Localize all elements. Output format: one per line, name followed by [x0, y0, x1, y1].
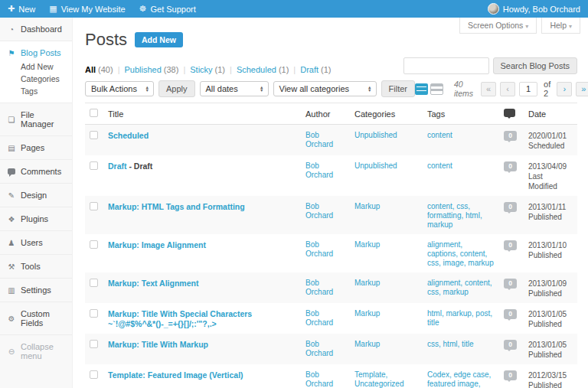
add-new-button[interactable]: Add New	[135, 32, 183, 47]
author-link[interactable]: Bob Orchard	[305, 370, 333, 388]
categories-links[interactable]: Markup	[354, 240, 380, 249]
tags-links[interactable]: alignment, content, css, markup	[427, 279, 492, 296]
categories-links[interactable]: Markup	[354, 279, 380, 287]
comment-count-bubble[interactable]: 0	[504, 340, 517, 350]
author-link[interactable]: Bob Orchard	[305, 131, 333, 148]
sidebar-item-custom-fields[interactable]: ⚙ Custom Fields	[0, 302, 72, 334]
select-arrows-icon: ▲▼	[260, 86, 263, 93]
help-tab[interactable]: Help▾	[541, 18, 580, 34]
tags-links[interactable]: content	[427, 131, 452, 139]
filter-button[interactable]: Filter	[381, 80, 415, 97]
sidebar-item-tools[interactable]: ⚒ Tools	[0, 254, 72, 278]
categories-links[interactable]: Markup	[354, 309, 380, 318]
tags-links[interactable]: css, html, title	[427, 340, 474, 348]
row-checkbox[interactable]	[90, 279, 98, 287]
col-header-title[interactable]: Title	[103, 103, 301, 125]
post-title-link[interactable]: Markup: Title With Special Characters ~`…	[108, 309, 252, 328]
sidebar-item-plugins[interactable]: ❖ Plugins	[0, 207, 72, 230]
sidebar-item-pages[interactable]: ▤ Pages	[0, 135, 72, 159]
view-filter-link[interactable]: Sticky	[190, 65, 212, 74]
categories-links[interactable]: Unpublished	[354, 131, 397, 139]
table-row: Markup: Title With Markup Bob Orchard Ma…	[85, 334, 577, 364]
sidebar-item-file-manager[interactable]: ❏ File Manager	[0, 103, 72, 135]
sidebar-item-blog-posts[interactable]: ⚑ Blog Posts Add NewCategoriesTags	[0, 41, 72, 103]
bulk-actions-select[interactable]: Bulk Actions ▲▼	[85, 81, 154, 96]
row-checkbox[interactable]	[90, 340, 98, 348]
sidebar-item-design[interactable]: ✎ Design	[0, 183, 72, 207]
view-filter-link[interactable]: Draft	[300, 65, 318, 74]
sidebar-subitem-categories[interactable]: Categories	[21, 74, 67, 83]
categories-links[interactable]: Markup	[354, 340, 380, 348]
search-input[interactable]	[403, 57, 489, 74]
sidebar-subitem-add-new[interactable]: Add New	[21, 62, 67, 71]
screen-options-tab[interactable]: Screen Options▾	[459, 18, 537, 34]
author-link[interactable]: Bob Orchard	[305, 202, 333, 220]
topbar-view-site-button[interactable]: ▦ View My Website	[49, 4, 125, 14]
comment-count-bubble[interactable]: 0	[504, 370, 517, 380]
sidebar-item-settings[interactable]: ▥ Settings	[0, 278, 72, 302]
tags-links[interactable]: content	[427, 161, 452, 170]
post-title-link[interactable]: Markup: Image Alignment	[108, 240, 206, 249]
sidebar-item-collapse-menu[interactable]: ⊖ Collapse menu	[0, 334, 72, 367]
view-filter-link[interactable]: Scheduled	[237, 65, 276, 74]
row-checkbox[interactable]	[90, 309, 98, 318]
row-checkbox[interactable]	[90, 202, 98, 210]
post-title-link[interactable]: Draft - Draft	[108, 161, 152, 171]
view-filter-link[interactable]: All	[85, 65, 96, 74]
row-checkbox[interactable]	[90, 240, 98, 249]
status-filter-links: All(40)Published(38)Sticky(1)Scheduled(1…	[85, 65, 332, 74]
row-checkbox[interactable]	[90, 131, 98, 139]
pagination: 40 items « ‹ of 2 › »	[415, 80, 588, 98]
author-link[interactable]: Bob Orchard	[305, 340, 333, 357]
comment-count-bubble[interactable]: 0	[504, 279, 517, 289]
comment-count-bubble[interactable]: 0	[504, 309, 517, 319]
site-grid-icon: ▦	[49, 4, 57, 14]
comment-count-bubble[interactable]: 0	[504, 240, 517, 250]
sidebar-item-users[interactable]: ♟ Users	[0, 230, 72, 254]
view-filter-link[interactable]: Published	[124, 65, 161, 74]
post-title-link[interactable]: Markup: HTML Tags and Formatting	[108, 202, 245, 211]
topbar-account-menu[interactable]: Howdy, Bob Orchard	[488, 3, 580, 15]
tags-links[interactable]: Codex, edge case, featured image, image,…	[427, 370, 491, 388]
excerpt-view-icon[interactable]	[430, 83, 443, 95]
tags-links[interactable]: alignment, captions, content, css, image…	[427, 240, 494, 267]
apply-button[interactable]: Apply	[158, 80, 195, 97]
categories-links[interactable]: Unpublished	[354, 161, 397, 170]
comment-bubble-icon[interactable]	[504, 109, 515, 117]
col-header-date[interactable]: Date	[524, 103, 577, 125]
post-title-link[interactable]: Markup: Title With Markup	[108, 340, 208, 349]
row-checkbox[interactable]	[90, 370, 98, 379]
prev-page-button[interactable]: ‹	[500, 82, 515, 96]
post-title-link[interactable]: Markup: Text Alignment	[108, 279, 198, 288]
categories-links[interactable]: Template, Uncategorized	[354, 370, 403, 388]
post-title-link[interactable]: Scheduled	[108, 131, 149, 140]
tags-links[interactable]: html, markup, post, title	[427, 309, 492, 327]
topbar-new-button[interactable]: ✚ New	[8, 4, 35, 14]
topbar-support-button[interactable]: ☸ Get Support	[139, 4, 196, 14]
current-page-input[interactable]	[519, 82, 537, 96]
next-page-button[interactable]: ›	[557, 82, 572, 96]
categories-filter-select[interactable]: View all categories ▲▼	[273, 81, 377, 96]
dates-filter-select[interactable]: All dates ▲▼	[200, 81, 269, 96]
row-checkbox[interactable]	[90, 161, 98, 170]
chevron-down-icon: ▾	[525, 23, 528, 30]
author-link[interactable]: Bob Orchard	[305, 309, 333, 327]
post-title-link[interactable]: Template: Featured Image (Vertical)	[108, 370, 243, 380]
search-posts-button[interactable]: Search Blog Posts	[493, 57, 578, 74]
sidebar-item-comments[interactable]: Comments	[0, 159, 72, 183]
sidebar-item-dashboard[interactable]: ◔ Dashboard	[0, 18, 72, 41]
comment-count-bubble[interactable]: 0	[504, 131, 517, 141]
author-link[interactable]: Bob Orchard	[305, 279, 333, 296]
first-page-button[interactable]: «	[481, 82, 496, 96]
list-view-icon[interactable]	[415, 83, 428, 95]
sidebar-subitem-tags[interactable]: Tags	[21, 86, 67, 96]
comment-count-bubble[interactable]: 0	[504, 202, 517, 212]
comment-count-bubble[interactable]: 0	[504, 161, 517, 171]
topbar-new-label: New	[18, 5, 35, 14]
categories-links[interactable]: Markup	[354, 202, 380, 210]
last-page-button[interactable]: »	[576, 82, 588, 96]
select-all-checkbox[interactable]	[90, 109, 98, 117]
author-link[interactable]: Bob Orchard	[305, 161, 333, 179]
tags-links[interactable]: content, css, formatting, html, markup	[427, 202, 482, 229]
author-link[interactable]: Bob Orchard	[305, 240, 333, 258]
